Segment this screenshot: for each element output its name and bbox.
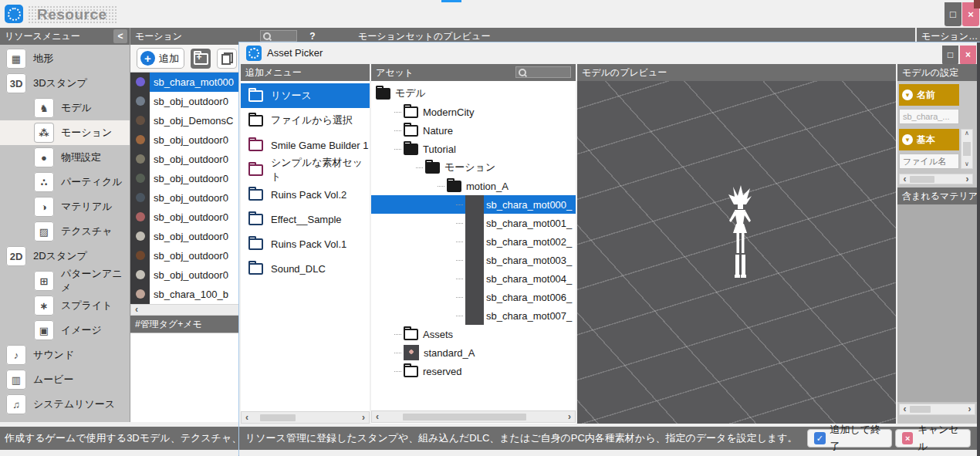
scroll-left-icon[interactable]: ‹ xyxy=(900,174,910,184)
copy-button[interactable] xyxy=(217,49,237,69)
add-menu-item[interactable]: シンプルな素材セット xyxy=(241,157,370,182)
motion-item-label: sb_obj_outdoor0 xyxy=(150,211,228,223)
add-menu-item[interactable]: リソース xyxy=(241,83,370,108)
scroll-left-icon[interactable]: ‹ xyxy=(372,412,383,422)
sprite-icon: ∗ xyxy=(34,296,54,316)
asset-picker-dialog: Asset Picker □ × 追加メニュー リソース ファイルから選択 Sm… xyxy=(239,42,980,456)
help-button[interactable]: ? xyxy=(306,29,319,43)
add-menu-item[interactable]: Sound_DLC xyxy=(241,256,370,281)
tree-item[interactable]: motion_A xyxy=(371,177,576,195)
sidebar-item[interactable]: ⁂ モーション xyxy=(0,120,130,145)
tree-item[interactable]: sb_chara_mot004_ xyxy=(371,269,576,288)
scroll-right-icon[interactable]: › xyxy=(962,174,972,184)
tree-connector xyxy=(456,316,463,316)
add-menu-item[interactable]: Ruins Pack Vol.2 xyxy=(241,182,370,207)
tree-item[interactable]: sb_chara_mot007_ xyxy=(371,306,576,325)
scroll-left-icon[interactable]: ‹ xyxy=(242,413,252,423)
sidebar-item[interactable]: ♪ サウンド xyxy=(0,343,130,367)
model-settings-panel: モデルの設定 ▾ 名前 ▾ 基本 ∧ ∨ ‹ › 含まれるマテリアル xyxy=(897,64,977,424)
tree-item[interactable]: モーション xyxy=(371,158,576,177)
sidebar-item[interactable]: ▦ 地形 xyxy=(0,46,130,71)
add-menu-header: 追加メニュー xyxy=(241,64,370,81)
tree-connector xyxy=(438,186,444,187)
settings-vscrollbar[interactable]: ∧ ∨ xyxy=(961,129,973,169)
tree-item[interactable]: sb_chara_mot003_ xyxy=(371,251,576,269)
item-thumbnail xyxy=(130,169,150,188)
tree-item[interactable]: sb_chara_mot000_ xyxy=(371,195,576,214)
scroll-left-icon[interactable]: ‹ xyxy=(131,305,142,315)
add-menu-item-label: Ruins Pack Vol.1 xyxy=(271,238,346,250)
new-folder-button[interactable] xyxy=(191,49,211,69)
motion-item-label: sb_obj_outdoor0 xyxy=(150,231,228,242)
maximize-button[interactable]: □ xyxy=(945,2,961,26)
add-menu-item[interactable]: Ruins Pack Vol.1 xyxy=(241,231,370,256)
sidebar-item[interactable]: ♞ モデル xyxy=(0,96,130,120)
file-thumbnail xyxy=(465,214,484,232)
tree-item[interactable]: reserved xyxy=(371,362,576,380)
texture-icon: ▨ xyxy=(34,221,54,242)
tree-item[interactable]: sb_chara_mot006_ xyxy=(371,288,576,306)
item-thumbnail xyxy=(130,246,150,265)
sidebar-item[interactable]: ♫ システムリソース xyxy=(0,392,130,417)
add-menu-item[interactable]: Smile Game Builder 1 xyxy=(241,133,370,157)
confirm-button[interactable]: ✓ 追加して終了 xyxy=(807,429,892,448)
settings-hscrollbar[interactable]: ‹ › xyxy=(899,174,973,184)
motion-item-label: sb_obj_outdoor0 xyxy=(150,154,228,165)
sidebar-item[interactable]: 2D 2Dスタンプ xyxy=(0,244,130,269)
scroll-left-icon[interactable]: ‹ xyxy=(900,404,910,414)
sound-icon: ♪ xyxy=(6,345,26,365)
file-thumbnail xyxy=(465,306,484,325)
tree-item[interactable]: ModernCity xyxy=(371,103,576,121)
folder-icon xyxy=(248,164,263,176)
model-preview-viewport[interactable] xyxy=(577,81,896,424)
tree-item[interactable]: standard_A xyxy=(371,343,576,362)
physics-icon: ● xyxy=(34,147,54,167)
tree-item[interactable]: Assets xyxy=(371,325,576,343)
motion-search-input[interactable] xyxy=(260,30,297,42)
folder-icon xyxy=(248,140,263,151)
tree-item[interactable]: sb_chara_mot001_ xyxy=(371,214,576,232)
tree-item[interactable]: Tutorial xyxy=(371,140,576,158)
asset-search-input[interactable] xyxy=(515,66,571,78)
asset-header: アセット xyxy=(371,64,576,81)
scroll-right-icon[interactable]: › xyxy=(564,412,575,422)
sidebar-item[interactable]: 3D 3Dスタンプ xyxy=(0,71,130,96)
scroll-right-icon[interactable]: › xyxy=(965,404,975,414)
filename-field[interactable] xyxy=(899,154,959,169)
dialog-close-button[interactable]: × xyxy=(960,46,976,65)
sidebar-item[interactable]: ∴ パーティクル xyxy=(0,170,130,194)
scroll-down-icon[interactable]: ∨ xyxy=(965,160,969,168)
sidebar-item[interactable]: ∗ スプライト xyxy=(0,293,130,318)
folder-icon xyxy=(248,263,263,275)
tree-item[interactable]: sb_chara_mot002_ xyxy=(371,232,576,251)
cancel-button[interactable]: × キャンセル xyxy=(895,429,971,448)
name-section-header[interactable]: ▾ 名前 xyxy=(899,84,959,106)
sidebar-item[interactable]: ◑ マテリアル xyxy=(0,194,130,219)
name-field[interactable] xyxy=(899,109,959,124)
basic-section-header[interactable]: ▾ 基本 xyxy=(899,129,959,150)
tree-item[interactable]: Nature xyxy=(371,121,576,140)
add-menu-item[interactable]: ファイルから選択 xyxy=(241,108,370,133)
add-button[interactable]: + 追加 xyxy=(137,48,184,69)
scroll-right-icon[interactable]: › xyxy=(358,413,369,423)
image-icon: ▣ xyxy=(34,320,54,340)
materials-hscrollbar[interactable]: ‹ › xyxy=(899,404,975,415)
sidebar-items: ▦ 地形 3D 3Dスタンプ ♞ モデル ⁂ モーション ● 物理設定 ∴ パー… xyxy=(0,45,130,417)
sidebar-item-label: 地形 xyxy=(33,52,53,66)
collapse-sidebar-button[interactable]: < xyxy=(113,29,127,43)
sidebar-item[interactable]: ▨ テクスチャ xyxy=(0,219,130,244)
terrain-icon: ▦ xyxy=(6,49,26,69)
tree-item[interactable]: モデル xyxy=(371,84,576,103)
asset-tree-hscrollbar[interactable]: ‹ › xyxy=(371,410,576,423)
sidebar-item[interactable]: ● 物理設定 xyxy=(0,145,130,170)
menu-hscrollbar[interactable]: ‹ › xyxy=(241,411,370,424)
sidebar-item[interactable]: ▥ ムービー xyxy=(0,367,130,392)
scroll-up-icon[interactable]: ∧ xyxy=(965,130,969,137)
model-settings-header: モデルの設定 xyxy=(897,64,977,81)
sidebar-item[interactable]: ▣ イメージ xyxy=(0,318,130,343)
model-preview-header: モデルのプレビュー xyxy=(577,64,896,81)
add-menu-item[interactable]: Effect__Sample xyxy=(241,207,370,231)
sidebar-item[interactable]: ⊞ パターンアニメ xyxy=(0,269,130,293)
dialog-maximize-button[interactable]: □ xyxy=(942,46,958,65)
add-menu-item-label: ファイルから選択 xyxy=(271,113,353,127)
